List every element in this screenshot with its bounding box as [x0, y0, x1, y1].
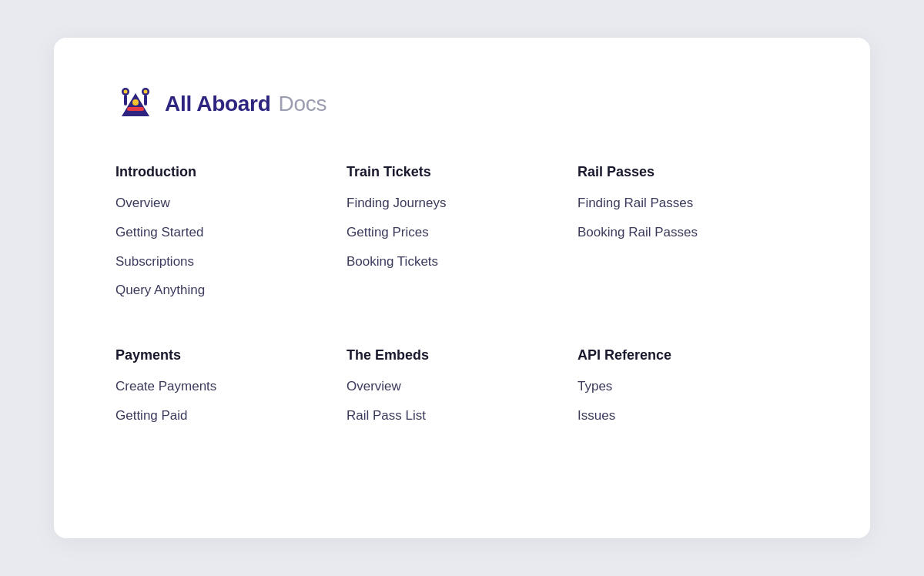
nav-section-title-introduction: Introduction	[116, 164, 316, 180]
nav-item-booking-tickets[interactable]: Booking Tickets	[346, 253, 547, 271]
nav-item-booking-rail-passes[interactable]: Booking Rail Passes	[578, 223, 778, 242]
nav-section-introduction: IntroductionOverviewGetting StartedSubsc…	[116, 164, 346, 310]
svg-rect-1	[124, 95, 127, 105]
nav-section-rail-passes: Rail PassesFinding Rail PassesBooking Ra…	[578, 164, 808, 310]
svg-rect-3	[144, 95, 147, 105]
nav-item-finding-journeys[interactable]: Finding Journeys	[346, 194, 547, 213]
nav-item-query-anything[interactable]: Query Anything	[116, 281, 316, 300]
nav-item-getting-prices[interactable]: Getting Prices	[346, 223, 547, 242]
nav-item-subscriptions[interactable]: Subscriptions	[116, 253, 316, 271]
nav-item-create-payments[interactable]: Create Payments	[116, 377, 316, 396]
logo-text: All Aboard Docs	[165, 92, 326, 116]
nav-section-api-reference: API ReferenceTypesIssues	[578, 347, 808, 436]
nav-section-title-the-embeds: The Embeds	[346, 347, 547, 363]
svg-rect-4	[127, 107, 144, 111]
nav-item-getting-started[interactable]: Getting Started	[116, 223, 316, 242]
svg-point-7	[144, 90, 148, 94]
nav-section-title-payments: Payments	[116, 347, 316, 363]
main-card: All Aboard Docs IntroductionOverviewGett…	[54, 38, 870, 538]
nav-item-overview[interactable]: Overview	[346, 377, 547, 396]
brand-logo-icon	[116, 84, 156, 124]
nav-section-title-rail-passes: Rail Passes	[578, 164, 778, 180]
nav-item-overview[interactable]: Overview	[116, 194, 316, 213]
logo-brand: All Aboard	[165, 92, 271, 116]
logo-docs: Docs	[279, 92, 327, 116]
svg-point-5	[132, 99, 139, 105]
nav-item-getting-paid[interactable]: Getting Paid	[116, 407, 316, 425]
nav-section-train-tickets: Train TicketsFinding JourneysGetting Pri…	[346, 164, 578, 310]
nav-section-payments: PaymentsCreate PaymentsGetting Paid	[116, 347, 346, 436]
nav-item-rail-pass-list[interactable]: Rail Pass List	[346, 407, 547, 425]
nav-item-issues[interactable]: Issues	[578, 407, 778, 425]
svg-point-6	[124, 90, 128, 94]
nav-section-title-train-tickets: Train Tickets	[346, 164, 547, 180]
nav-item-finding-rail-passes[interactable]: Finding Rail Passes	[578, 194, 778, 213]
logo-section: All Aboard Docs	[116, 84, 808, 124]
nav-grid: IntroductionOverviewGetting StartedSubsc…	[116, 164, 808, 473]
nav-section-the-embeds: The EmbedsOverviewRail Pass List	[346, 347, 578, 436]
nav-item-types[interactable]: Types	[578, 377, 778, 396]
nav-section-title-api-reference: API Reference	[578, 347, 778, 363]
